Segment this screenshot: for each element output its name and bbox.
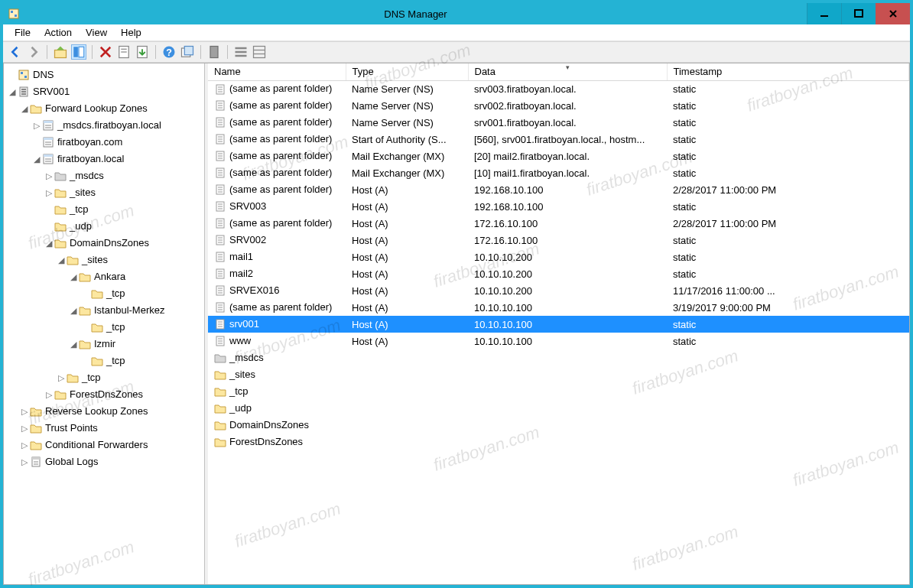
record-row[interactable]: SRVEX016Host (A)10.10.10.20011/17/2016 1…	[208, 282, 909, 299]
record-type: Host (A)	[346, 265, 468, 282]
expand-icon[interactable]: ▷	[31, 117, 42, 134]
titlebar[interactable]: DNS Manager	[3, 3, 910, 24]
expand-icon[interactable]: ▷	[44, 386, 54, 403]
delete-icon[interactable]	[98, 44, 113, 60]
record-row[interactable]: _udp	[208, 400, 909, 417]
new-window-icon[interactable]	[180, 44, 195, 60]
menu-action[interactable]: Action	[37, 25, 79, 40]
menu-view[interactable]: View	[79, 25, 114, 40]
collapse-icon[interactable]: ◢	[44, 235, 54, 252]
back-icon[interactable]	[8, 44, 23, 60]
collapse-icon[interactable]: ◢	[68, 302, 79, 319]
expand-icon[interactable]: ▷	[19, 453, 30, 470]
collapse-icon[interactable]: ◢	[56, 252, 67, 268]
record-row[interactable]: (same as parent folder)Host (A)172.16.10…	[208, 215, 909, 232]
col-timestamp[interactable]: Timestamp	[667, 63, 909, 80]
svg-rect-17	[236, 47, 247, 50]
detail-icon[interactable]	[252, 44, 267, 60]
record-icon	[214, 184, 226, 196]
record-row[interactable]: (same as parent folder)Mail Exchanger (M…	[208, 148, 909, 164]
tree-server[interactable]: ◢SRV001	[4, 83, 204, 100]
expand-icon[interactable]: ▷	[44, 167, 54, 184]
tree-ankara-tcp-label: _tcp	[106, 285, 125, 302]
tree-pane[interactable]: DNS◢SRV001◢Forward Lookup Zones▷_msdcs.f…	[4, 63, 205, 584]
record-row[interactable]: SRV002Host (A)172.16.10.100static	[208, 232, 909, 249]
record-timestamp: static	[667, 97, 909, 114]
record-row[interactable]: (same as parent folder)Start of Authorit…	[208, 131, 909, 148]
forward-icon[interactable]	[26, 44, 41, 60]
tree-ddz-tcp[interactable]: ▷_tcp	[4, 369, 204, 386]
tree-ankara-tcp[interactable]: _tcp	[4, 285, 204, 302]
menu-file[interactable]: File	[8, 25, 37, 40]
tree-cf[interactable]: ▷Conditional Forwarders	[4, 437, 204, 453]
tree-msdcs[interactable]: ▷_msdcs	[4, 167, 204, 184]
tree-izmir-label: Izmir	[94, 336, 115, 352]
collapse-icon[interactable]: ◢	[19, 100, 30, 117]
record-row[interactable]: (same as parent folder)Name Server (NS)s…	[208, 114, 909, 131]
filter-icon[interactable]	[206, 44, 222, 60]
close-button[interactable]	[876, 3, 910, 24]
tree-izmir-tcp[interactable]: _tcp	[4, 352, 204, 369]
tree-msdcs-zone[interactable]: ▷_msdcs.firatboyan.local	[4, 117, 204, 134]
record-row[interactable]: ForestDnsZones	[208, 434, 909, 450]
record-row[interactable]: (same as parent folder)Mail Exchanger (M…	[208, 164, 909, 181]
record-row[interactable]: _sites	[208, 366, 909, 383]
maximize-button[interactable]	[841, 3, 876, 24]
minimize-button[interactable]	[807, 3, 841, 24]
tree-flz[interactable]: ◢Forward Lookup Zones	[4, 100, 204, 117]
tree-izmir[interactable]: ◢Izmir	[4, 336, 204, 352]
record-row[interactable]: SRV003Host (A)192.168.10.100static	[208, 198, 909, 215]
tree-ddz[interactable]: ◢DomainDnsZones	[4, 235, 204, 252]
col-name[interactable]: Name	[208, 63, 346, 80]
tree-com-zone[interactable]: firatboyan.com	[4, 134, 204, 151]
record-row[interactable]: wwwHost (A)10.10.10.100static	[208, 333, 909, 349]
col-data[interactable]: Data▾	[468, 63, 667, 80]
col-type[interactable]: Type	[346, 63, 468, 80]
record-row[interactable]: mail2Host (A)10.10.10.200static	[208, 265, 909, 282]
up-icon[interactable]	[53, 44, 68, 60]
help-icon[interactable]: ?	[161, 44, 177, 60]
folder-icon	[214, 352, 226, 364]
tree-tp[interactable]: ▷Trust Points	[4, 420, 204, 437]
tree-istanbul[interactable]: ◢Istanbul-Merkez	[4, 302, 204, 319]
record-data: 10.10.10.200	[468, 265, 667, 282]
expand-icon[interactable]: ▷	[56, 369, 67, 386]
record-row[interactable]: srv001Host (A)10.10.10.100static	[208, 316, 909, 333]
menu-help[interactable]: Help	[114, 25, 148, 40]
record-row[interactable]: (same as parent folder)Host (A)192.168.1…	[208, 181, 909, 198]
tree-gl[interactable]: ▷Global Logs	[4, 453, 204, 470]
tree-udp[interactable]: _udp	[4, 218, 204, 235]
list-icon[interactable]	[233, 44, 249, 60]
expand-icon[interactable]: ▷	[19, 420, 30, 437]
record-row[interactable]: (same as parent folder)Name Server (NS)s…	[208, 97, 909, 114]
record-data: 172.16.10.100	[468, 215, 667, 232]
record-row[interactable]: mail1Host (A)10.10.10.200static	[208, 249, 909, 265]
record-row[interactable]: DomainDnsZones	[208, 417, 909, 434]
tree-istanbul-tcp[interactable]: _tcp	[4, 319, 204, 336]
tree-sites[interactable]: ▷_sites	[4, 184, 204, 201]
tree-tcp[interactable]: _tcp	[4, 201, 204, 218]
tree-ankara[interactable]: ◢Ankara	[4, 268, 204, 285]
record-list[interactable]: Name Type Data▾ Timestamp (same as paren…	[208, 63, 909, 584]
tree-dns[interactable]: DNS	[4, 67, 204, 83]
record-row[interactable]: (same as parent folder)Name Server (NS)s…	[208, 80, 909, 97]
expand-icon[interactable]: ▷	[19, 437, 30, 453]
expand-icon[interactable]: ▷	[44, 184, 54, 201]
tree-fdz[interactable]: ▷ForestDnsZones	[4, 386, 204, 403]
collapse-icon[interactable]: ◢	[68, 336, 79, 352]
tree-ddz-sites[interactable]: ◢_sites	[4, 252, 204, 268]
record-row[interactable]: _msdcs	[208, 349, 909, 366]
record-name: SRV003	[229, 200, 266, 212]
tree-istanbul-label: Istanbul-Merkez	[94, 302, 164, 319]
collapse-icon[interactable]: ◢	[68, 268, 79, 285]
record-row[interactable]: _tcp	[208, 383, 909, 400]
record-row[interactable]: (same as parent folder)Host (A)10.10.10.…	[208, 299, 909, 316]
collapse-icon[interactable]: ◢	[31, 151, 42, 167]
tree-local-zone[interactable]: ◢firatboyan.local	[4, 151, 204, 167]
expand-icon[interactable]: ▷	[19, 403, 30, 420]
export-icon[interactable]	[135, 44, 150, 60]
tree-rlz[interactable]: ▷Reverse Lookup Zones	[4, 403, 204, 420]
properties-icon[interactable]	[116, 44, 132, 60]
show-hide-tree-icon[interactable]	[71, 44, 86, 60]
collapse-icon[interactable]: ◢	[7, 83, 18, 100]
